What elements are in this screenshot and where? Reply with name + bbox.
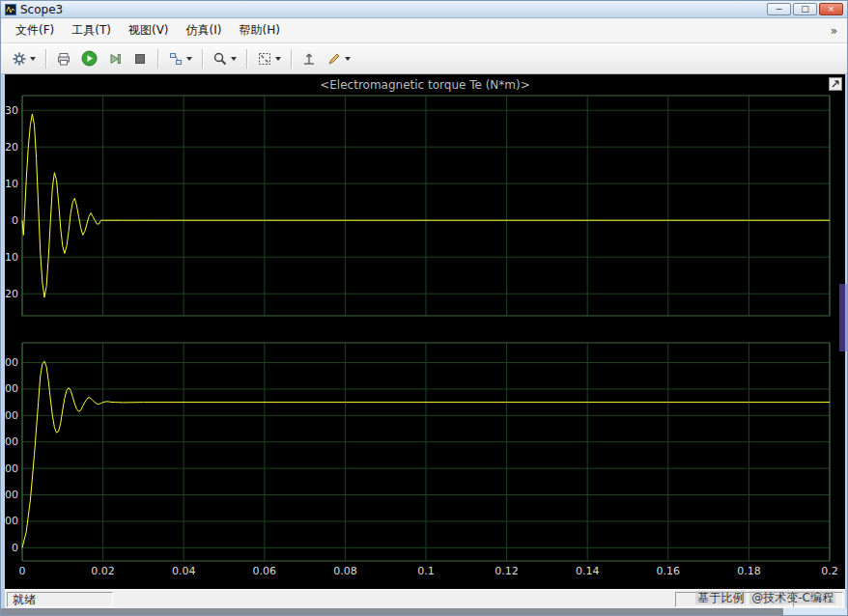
svg-text:0.12: 0.12 [495,565,519,577]
fit-to-view-button[interactable] [253,47,285,70]
svg-text:300: 300 [5,462,18,475]
close-button[interactable]: × [819,3,843,15]
dropdown-caret-icon [186,57,192,61]
measurements-icon [326,51,342,67]
dropdown-caret-icon [345,57,351,61]
svg-text:0.08: 0.08 [333,565,357,577]
minimize-button[interactable]: − [767,3,791,15]
watermark-text: 基于比例 @技术变-C编程 [695,590,835,606]
svg-text:0.04: 0.04 [172,565,196,577]
run-button[interactable] [77,46,101,70]
toolbar-separator [157,49,158,69]
trigger-button[interactable] [297,47,321,70]
menu-simulation[interactable]: 仿真(I) [178,18,231,42]
svg-text:700: 700 [5,356,18,369]
torque-plot[interactable]: 3020100-10-20 [5,92,845,320]
step-forward-button[interactable] [103,47,127,70]
menu-overflow-chevron-icon[interactable]: » [831,24,841,38]
svg-text:20: 20 [5,141,18,154]
svg-text:0: 0 [19,565,26,577]
title-bar[interactable]: Scope3 − □ × [1,1,847,18]
svg-text:0: 0 [12,542,18,554]
svg-text:-10: -10 [5,251,18,264]
menu-bar: 文件(F) 工具(T) 视图(V) 仿真(I) 帮助(H) » [1,18,847,43]
measurements-button[interactable] [323,47,354,70]
fit-to-view-icon [257,51,272,67]
menu-view[interactable]: 视图(V) [120,18,178,42]
printer-icon [56,51,71,67]
scope-app-icon [5,4,16,15]
trigger-icon [301,51,317,67]
svg-text:0.06: 0.06 [253,565,277,577]
zoom-button[interactable] [209,47,240,70]
svg-text:200: 200 [5,489,18,501]
toolbar [1,43,847,74]
svg-text:400: 400 [5,435,18,448]
svg-text:600: 600 [5,382,18,395]
highlight-block-icon [168,51,184,67]
step-forward-icon [107,51,123,67]
parameters-button[interactable] [8,47,40,70]
undock-button[interactable] [829,77,842,91]
svg-text:0: 0 [12,214,18,227]
svg-text:0.16: 0.16 [657,565,681,577]
svg-text:0.1: 0.1 [417,565,435,577]
svg-text:0.14: 0.14 [576,565,600,577]
svg-text:30: 30 [5,104,18,117]
run-icon [81,50,98,67]
bottom-right-watermark [783,608,847,615]
scope-plot-title: <Electromagnetic torque Te (N*m)> [5,78,845,92]
dropdown-caret-icon [30,57,36,61]
status-bar: 就绪 基于比例 @技术变-C编程 [5,589,845,608]
scope-window: Scope3 − □ × 文件(F) 工具(T) 视图(V) 仿真(I) 帮助(… [0,0,848,616]
svg-text:500: 500 [5,409,18,422]
stop-icon [132,51,148,67]
undock-arrow-icon [830,78,841,90]
speed-plot[interactable]: 700600500400300200100000.020.040.060.080… [5,337,845,580]
dropdown-caret-icon [275,57,281,61]
dropdown-caret-icon [231,57,237,61]
toolbar-separator [202,49,203,69]
stop-button[interactable] [128,47,152,70]
highlight-block-button[interactable] [164,47,196,70]
maximize-button[interactable]: □ [793,3,817,15]
toolbar-separator [45,49,46,69]
svg-text:100: 100 [5,515,18,527]
toolbar-separator [246,49,247,69]
window-title: Scope3 [20,2,63,17]
svg-text:10: 10 [5,178,18,190]
settings-gear-icon [12,51,27,67]
svg-text:-20: -20 [5,288,18,300]
svg-text:0.2: 0.2 [821,565,838,577]
svg-text:0.18: 0.18 [737,565,761,577]
menu-file[interactable]: 文件(F) [7,18,63,42]
menu-tools[interactable]: 工具(T) [63,18,120,42]
menu-help[interactable]: 帮助(H) [230,18,288,42]
zoom-icon [212,51,228,67]
svg-text:0.02: 0.02 [91,565,115,577]
scope-canvas: <Electromagnetic torque Te (N*m)> 302010… [5,74,845,590]
window-bottom-edge [1,608,847,615]
side-watermark [839,284,847,351]
print-button[interactable] [52,47,75,70]
toolbar-separator [291,49,292,69]
status-ready-text: 就绪 [7,592,113,607]
